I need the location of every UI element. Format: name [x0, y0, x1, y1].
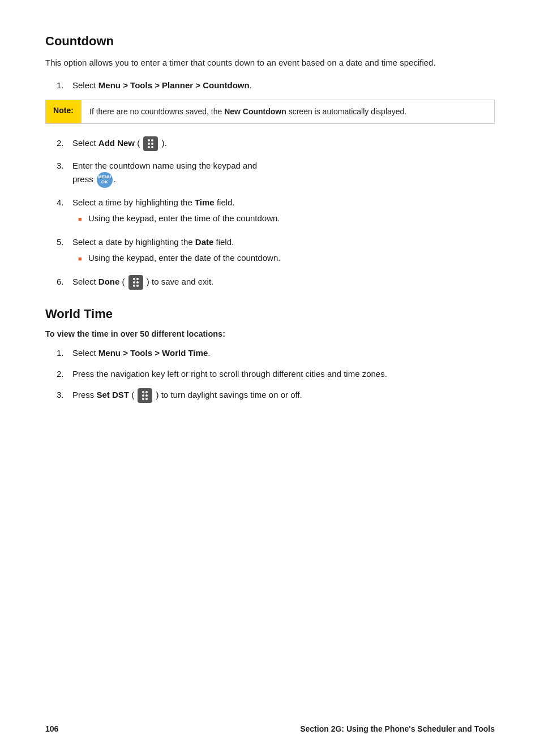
done-icon: [128, 275, 143, 290]
icon-dot-row-1: [133, 278, 139, 280]
add-new-icon: [143, 136, 158, 151]
note-content: If there are no countdowns saved, the Ne…: [81, 100, 414, 123]
wt-step-number-3: 3.: [57, 388, 72, 401]
icon-inner: [148, 139, 153, 148]
icon-dot: [133, 285, 135, 287]
note-box: Note: If there are no countdowns saved, …: [45, 100, 495, 124]
icon-dot: [148, 146, 150, 148]
countdown-steps-2-6: 2. Select Add New (: [57, 136, 495, 290]
wt-step-1-content: Select Menu > Tools > World Time.: [72, 346, 495, 359]
sub-item-4-1: ■ Using the keypad, enter the time of th…: [78, 212, 495, 225]
icon-dot: [151, 139, 153, 141]
bullet-icon: ■: [78, 254, 84, 264]
step-number-3: 3.: [57, 159, 72, 172]
step-3-content: Enter the countdown name using the keypa…: [72, 159, 495, 188]
step-1: 1. Select Menu > Tools > Planner > Count…: [57, 79, 495, 92]
sub-item-5-1: ■ Using the keypad, enter the date of th…: [78, 252, 495, 265]
step-4-content: Select a time by highlighting the Time f…: [72, 196, 495, 227]
icon-dot: [142, 398, 144, 400]
wt-step-number-2: 2.: [57, 367, 72, 380]
countdown-steps: 1. Select Menu > Tools > Planner > Count…: [57, 79, 495, 92]
step-5-sublist: ■ Using the keypad, enter the date of th…: [78, 252, 495, 265]
icon-dot-row-2: [133, 281, 139, 284]
wt-step-3-content: Press Set DST (: [72, 388, 495, 403]
wt-step-number-1: 1.: [57, 346, 72, 359]
set-dst-icon: [138, 388, 152, 403]
icon-dot-row-2: [148, 143, 153, 145]
step-number-2: 2.: [57, 136, 72, 149]
wt-step-2: 2. Press the navigation key left or righ…: [57, 367, 495, 380]
icon-dot: [133, 281, 135, 284]
icon-dot-row-1: [142, 391, 148, 393]
icon-dot: [136, 278, 139, 280]
world-time-title: World Time: [45, 307, 495, 321]
icon-dot: [142, 394, 144, 397]
step-6-content: Select Done ( ) to: [72, 275, 495, 290]
step-5-content: Select a date by highlighting the Date f…: [72, 235, 495, 267]
countdown-intro: This option allows you to enter a timer …: [45, 57, 495, 70]
icon-dot: [151, 146, 153, 148]
world-time-steps: 1. Select Menu > Tools > World Time. 2. …: [57, 346, 495, 403]
icon-inner: [142, 391, 148, 400]
menu-ok-text: MENUOK: [98, 175, 112, 185]
icon-dot-row-2: [142, 394, 148, 397]
icon-dot: [133, 278, 135, 280]
world-time-intro: To view the time in over 50 different lo…: [45, 329, 495, 338]
icon-dot: [145, 391, 148, 393]
menu-ok-icon: MENUOK: [97, 172, 113, 188]
wt-step-1: 1. Select Menu > Tools > World Time.: [57, 346, 495, 359]
bullet-icon: ■: [78, 214, 84, 224]
icon-dot-row-3: [148, 146, 153, 148]
page-footer: 106 Section 2G: Using the Phone's Schedu…: [45, 724, 495, 733]
step-4: 4. Select a time by highlighting the Tim…: [57, 196, 495, 227]
icon-dot: [136, 285, 139, 287]
note-label: Note:: [46, 100, 81, 123]
icon-dot: [136, 281, 139, 284]
step-number-1: 1.: [57, 79, 72, 92]
sub-item-5-1-text: Using the keypad, enter the date of the …: [88, 252, 280, 265]
icon-dot: [145, 398, 148, 400]
icon-dot: [148, 143, 150, 145]
wt-step-2-content: Press the navigation key left or right t…: [72, 367, 495, 380]
step-2-content: Select Add New ( ): [72, 136, 495, 151]
step-number-6: 6.: [57, 275, 72, 288]
icon-dot: [151, 143, 153, 145]
step-number-5: 5.: [57, 235, 72, 248]
icon-dot: [148, 139, 150, 141]
icon-dot-row-3: [133, 285, 139, 287]
step-6: 6. Select Done (: [57, 275, 495, 290]
step-4-sublist: ■ Using the keypad, enter the time of th…: [78, 212, 495, 225]
icon-dot-row-3: [142, 398, 148, 400]
step-5: 5. Select a date by highlighting the Dat…: [57, 235, 495, 267]
icon-dot: [142, 391, 144, 393]
countdown-title: Countdown: [45, 34, 495, 49]
icon-inner: [133, 278, 139, 287]
step-1-content: Select Menu > Tools > Planner > Countdow…: [72, 79, 495, 92]
icon-dot-row-1: [148, 139, 153, 141]
footer-section-text: Section 2G: Using the Phone's Scheduler …: [300, 724, 495, 733]
icon-dot: [145, 394, 148, 397]
step-number-4: 4.: [57, 196, 72, 209]
world-time-section: World Time To view the time in over 50 d…: [45, 307, 495, 403]
step-3: 3. Enter the countdown name using the ke…: [57, 159, 495, 188]
sub-item-4-1-text: Using the keypad, enter the time of the …: [88, 212, 280, 225]
wt-step-3: 3. Press Set DST (: [57, 388, 495, 403]
page-number: 106: [45, 724, 58, 733]
step-2: 2. Select Add New (: [57, 136, 495, 151]
